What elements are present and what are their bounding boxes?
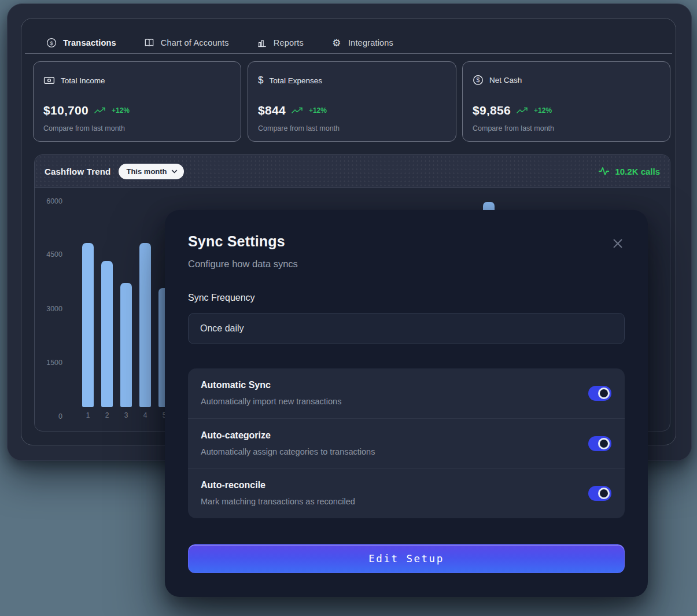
trend-up-icon (291, 107, 304, 115)
y-axis-tick: 6000 (35, 197, 62, 205)
activity-icon (598, 167, 610, 176)
setting-description: Automatically assign categories to trans… (201, 447, 375, 456)
range-label: This month (126, 167, 167, 176)
settings-card: Automatic Sync Automatically import new … (188, 368, 625, 518)
chart-header: Cashflow Trend This month 1 (35, 155, 670, 188)
stat-change: +12% (112, 106, 130, 115)
stat-value: $844 (258, 104, 286, 117)
edit-setup-label: Edit Setup (368, 553, 444, 565)
x-axis-label: 1 (82, 411, 94, 419)
toggle-knob (598, 488, 610, 499)
sync-settings-modal: Sync Settings Configure how data syncs S… (165, 210, 648, 597)
trend-up-icon (516, 107, 529, 115)
tab-chart-of-accounts[interactable]: Chart of Accounts (144, 38, 229, 48)
edit-setup-button[interactable]: Edit Setup (188, 544, 625, 573)
tab-label: Integrations (348, 38, 393, 47)
bar (101, 261, 113, 407)
tab-label: Transactions (63, 38, 116, 47)
auto-reconcile-toggle[interactable] (588, 486, 611, 501)
setting-title: Auto-categorize (201, 430, 271, 441)
stat-compare: Compare from last month (258, 124, 340, 132)
stat-card-total-expenses: $ Total Expenses $844 +12% Compare from … (248, 61, 456, 142)
automatic-sync-toggle[interactable] (588, 386, 611, 401)
stat-value: $9,856 (473, 104, 511, 117)
modal-subtitle: Configure how data syncs (188, 259, 298, 270)
sync-frequency-label: Sync Frequency (188, 293, 255, 303)
gear-icon: ⚙ (331, 38, 342, 48)
stat-value-row: $9,856 +12% (473, 104, 552, 117)
bar (139, 243, 151, 407)
x-axis-label: 3 (120, 411, 132, 419)
bar-chart-icon (257, 38, 267, 48)
stage: { "tabs": { "items": [ { "label": "Trans… (0, 0, 697, 616)
tab-integrations[interactable]: ⚙ Integrations (331, 38, 393, 48)
stat-compare: Compare from last month (473, 124, 554, 132)
tab-underline (25, 53, 672, 54)
setting-row-automatic-sync: Automatic Sync Automatically import new … (188, 368, 625, 418)
stat-value-row: $844 +12% (258, 104, 327, 117)
close-icon[interactable] (612, 238, 624, 249)
dollar-circle-icon: $ (473, 75, 484, 86)
stat-card-total-income: Total Income $10,700 +12% Compare from l… (33, 61, 241, 142)
auto-categorize-toggle[interactable] (588, 436, 611, 451)
stat-value: $10,700 (43, 104, 88, 117)
stat-compare: Compare from last month (43, 124, 125, 132)
y-axis-tick: 4500 (35, 250, 62, 259)
stat-title: Total Income (61, 76, 105, 85)
stat-card-net-cash: $ Net Cash $9,856 +12% Compare from last… (462, 61, 670, 142)
range-selector[interactable]: This month (119, 164, 183, 179)
setting-title: Auto-reconcile (201, 480, 265, 490)
tab-reports[interactable]: Reports (257, 38, 304, 48)
dollar-circle-icon: $ (46, 38, 57, 48)
dollar-icon: $ (258, 75, 263, 86)
calls-badge: 10.2K calls (598, 167, 660, 176)
trend-up-icon (94, 107, 106, 115)
setting-row-auto-categorize: Auto-categorize Automatically assign cat… (188, 418, 625, 468)
setting-row-auto-reconcile: Auto-reconcile Mark matching transaction… (188, 468, 625, 518)
stat-change: +12% (309, 106, 327, 115)
stat-title: Net Cash (489, 76, 522, 84)
setting-title: Automatic Sync (201, 380, 271, 390)
toggle-knob (598, 438, 610, 449)
stat-title: Total Expenses (269, 76, 322, 85)
x-axis-label: 2 (101, 411, 113, 419)
sync-frequency-select[interactable]: Once daily (188, 313, 625, 344)
setting-description: Mark matching transactions as reconciled (201, 497, 355, 506)
stat-value-row: $10,700 +12% (43, 104, 130, 117)
stat-head: Total Income (43, 75, 105, 86)
chevron-down-icon (171, 169, 178, 174)
bar (82, 243, 94, 407)
tab-label: Reports (274, 38, 304, 47)
y-axis-tick: 3000 (35, 305, 62, 313)
setting-description: Automatically import new transactions (201, 397, 341, 406)
book-icon (144, 38, 154, 48)
chart-title: Cashflow Trend (45, 167, 110, 176)
tab-label: Chart of Accounts (161, 38, 229, 47)
tab-bar: $ Transactions Chart of Accounts (46, 32, 393, 53)
stat-change: +12% (534, 106, 552, 115)
bar (120, 283, 132, 407)
stat-head: $ Total Expenses (258, 75, 322, 86)
calls-label: 10.2K calls (615, 167, 660, 176)
banknote-icon (43, 75, 55, 86)
svg-text:$: $ (50, 40, 53, 46)
svg-text:$: $ (477, 77, 480, 83)
stat-head: $ Net Cash (473, 75, 522, 86)
toggle-knob (598, 388, 610, 399)
y-axis-tick: 0 (35, 412, 62, 420)
x-axis-label: 4 (139, 411, 151, 419)
tab-transactions[interactable]: $ Transactions (46, 38, 116, 48)
y-axis-tick: 1500 (35, 359, 62, 367)
modal-title: Sync Settings (188, 233, 285, 250)
